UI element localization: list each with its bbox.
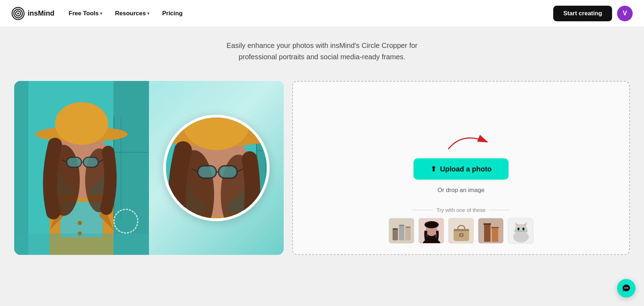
sample-label: Try with one of these — [412, 207, 511, 213]
upload-center-area: ⬆ Upload a photo Or drop an image — [413, 121, 509, 194]
portrait-circle-illustration — [166, 118, 267, 218]
hero-description: Easily enhance your photos with insMind'… — [216, 40, 428, 62]
upload-photo-button[interactable]: ⬆ Upload a photo — [413, 158, 509, 180]
main-content: ⬆ Upload a photo Or drop an image Try wi… — [0, 81, 644, 269]
chat-support-button[interactable] — [617, 279, 635, 297]
svg-point-91 — [627, 288, 628, 289]
svg-rect-55 — [393, 228, 398, 230]
svg-rect-6 — [14, 81, 28, 255]
logo-icon — [11, 7, 25, 20]
svg-rect-56 — [399, 225, 404, 226]
arrow-illustration — [441, 124, 498, 153]
svg-point-3 — [17, 12, 19, 14]
svg-rect-72 — [491, 227, 499, 228]
dashed-selection-circle — [113, 209, 138, 234]
svg-rect-71 — [483, 223, 491, 225]
logo-text: insMind — [28, 9, 55, 17]
navbar: insMind Free Tools ▾ Resources ▾ Pricing… — [0, 0, 644, 27]
svg-point-18 — [55, 102, 108, 145]
image-preview-panel — [14, 81, 284, 255]
svg-rect-69 — [484, 224, 490, 242]
sample-thumb-bag[interactable] — [448, 218, 474, 244]
svg-point-89 — [624, 288, 626, 289]
sample-thumb-cat[interactable] — [508, 218, 533, 244]
svg-rect-32 — [265, 118, 266, 203]
sample-images-section: Try with one of these — [293, 207, 629, 244]
chat-icon — [622, 284, 631, 293]
hero-section: Easily enhance your photos with insMind'… — [0, 27, 644, 81]
sample-thumbnails — [389, 218, 533, 244]
user-avatar[interactable]: V — [617, 6, 633, 21]
original-photo-half — [14, 81, 149, 255]
svg-rect-52 — [393, 229, 398, 240]
nav-resources[interactable]: Resources ▾ — [115, 10, 149, 17]
nav-links: Free Tools ▾ Resources ▾ Pricing — [69, 10, 539, 17]
upload-icon: ⬆ — [431, 165, 437, 173]
svg-rect-53 — [399, 225, 404, 240]
logo[interactable]: insMind — [11, 7, 55, 20]
upload-drop-panel[interactable]: ⬆ Upload a photo Or drop an image Try wi… — [292, 81, 630, 255]
circle-crop-preview — [163, 115, 270, 221]
sample-thumb-cosmetics[interactable] — [389, 218, 414, 244]
chevron-down-icon: ▾ — [100, 11, 102, 16]
svg-point-62 — [424, 221, 439, 228]
nav-free-tools[interactable]: Free Tools ▾ — [69, 10, 102, 17]
svg-rect-70 — [492, 228, 498, 242]
sample-thumb-portrait[interactable] — [418, 218, 444, 244]
svg-rect-45 — [198, 166, 217, 178]
circle-cropped-half — [149, 81, 284, 255]
svg-point-26 — [78, 221, 82, 225]
svg-rect-57 — [405, 226, 411, 228]
svg-rect-33 — [256, 150, 267, 151]
svg-rect-28 — [14, 234, 149, 255]
start-creating-button[interactable]: Start creating — [553, 6, 612, 21]
svg-point-67 — [460, 234, 462, 236]
circle-crop-inner — [166, 118, 267, 218]
svg-rect-21 — [67, 157, 82, 167]
svg-rect-68 — [478, 218, 504, 244]
svg-rect-22 — [83, 157, 98, 167]
nav-pricing[interactable]: Pricing — [162, 10, 183, 17]
svg-point-83 — [523, 228, 524, 230]
chevron-down-icon: ▾ — [147, 11, 149, 16]
svg-rect-65 — [454, 229, 469, 231]
svg-rect-54 — [405, 227, 411, 240]
nav-right: Start creating V — [553, 6, 633, 21]
sample-thumb-decor[interactable] — [478, 218, 504, 244]
svg-rect-9 — [113, 152, 149, 153]
svg-point-82 — [518, 228, 519, 230]
svg-point-90 — [626, 288, 627, 289]
drop-label: Or drop an image — [438, 187, 484, 194]
svg-rect-46 — [218, 166, 237, 178]
